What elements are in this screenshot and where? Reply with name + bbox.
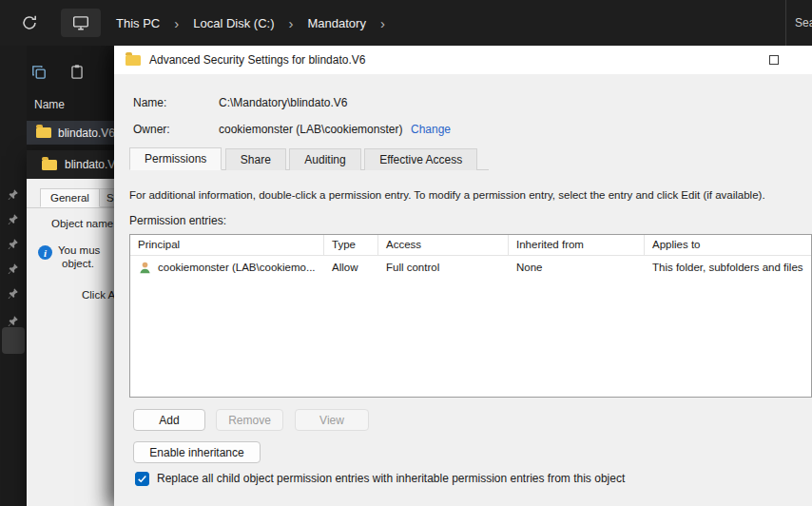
enable-inheritance-button[interactable]: Enable inheritance: [133, 441, 261, 463]
search-input[interactable]: Sea: [785, 0, 812, 46]
pin-icon: [7, 187, 19, 200]
security-tabstrip: Permissions Share Auditing Effective Acc…: [129, 148, 489, 170]
folder-icon: [36, 127, 51, 138]
pin-icon: [7, 286, 19, 299]
object-name-label: Object name:: [51, 218, 116, 229]
name-value: C:\Mandatory\blindato.V6: [219, 96, 347, 109]
folder-icon: [42, 160, 57, 170]
file-item-label: blindato.V6: [58, 126, 114, 140]
chevron-right-icon[interactable]: ›: [165, 16, 187, 30]
breadcrumb-item-this-pc[interactable]: This PC: [110, 12, 165, 34]
view-button[interactable]: View: [295, 409, 369, 431]
properties-title: blindato.V: [65, 158, 115, 171]
permission-entries-label: Permission entries:: [129, 214, 226, 227]
replace-child-label: Replace all child object permission entr…: [157, 472, 625, 485]
maximize-button[interactable]: [761, 50, 787, 69]
security-titlebar[interactable]: Advanced Security Settings for blindato.…: [114, 46, 812, 74]
change-owner-link[interactable]: Change: [411, 123, 451, 136]
refresh-icon[interactable]: [21, 14, 38, 31]
name-column-header[interactable]: Name: [34, 98, 65, 111]
permission-entries-table: Principal Type Access Inherited from App…: [129, 234, 812, 398]
chevron-right-icon[interactable]: ›: [280, 16, 301, 30]
this-pc-icon[interactable]: [61, 9, 101, 37]
name-label: Name:: [133, 96, 166, 109]
advanced-security-dialog: Advanced Security Settings for blindato.…: [114, 46, 812, 506]
info-text-line2: object.: [62, 258, 94, 269]
replace-child-row: Replace all child object permission entr…: [135, 472, 625, 486]
column-header-access[interactable]: Access: [378, 235, 509, 256]
search-text: Sea: [795, 16, 812, 29]
tab-effective-access[interactable]: Effective Access: [364, 148, 477, 170]
info-text-line1: You mus: [58, 244, 100, 256]
tab-general[interactable]: General: [40, 188, 100, 207]
breadcrumb: This PC › Local Disk (C:) › Mandatory ›: [110, 0, 394, 46]
copy-icon[interactable]: [30, 64, 48, 81]
owner-value: cookiemonster (LAB\cookiemonster): [219, 123, 402, 136]
column-header-type[interactable]: Type: [324, 235, 378, 256]
add-button[interactable]: Add: [133, 409, 205, 431]
cell-access: Full control: [378, 256, 509, 279]
cell-type: Allow: [324, 256, 378, 279]
pin-icon: [7, 314, 19, 326]
screen: This PC › Local Disk (C:) › Mandatory › …: [0, 0, 812, 506]
table-row[interactable]: cookiemonster (LAB\cookiemo... Allow Ful…: [130, 256, 811, 279]
cell-principal: cookiemonster (LAB\cookiemo...: [158, 262, 316, 273]
column-header-principal[interactable]: Principal: [130, 235, 324, 256]
nav-rail: [0, 46, 27, 506]
permissions-description: For additional information, double-click…: [129, 189, 806, 201]
tab-share[interactable]: Share: [225, 148, 286, 170]
pin-icon: [7, 212, 19, 224]
cell-inherited-from: None: [509, 256, 645, 279]
column-header-inherited-from[interactable]: Inherited from: [509, 235, 645, 256]
column-header-applies-to[interactable]: Applies to: [645, 235, 811, 256]
file-item-blindato[interactable]: blindato.V6: [27, 121, 114, 145]
maximize-icon: [769, 55, 779, 65]
folder-icon: [126, 55, 141, 66]
tab-auditing[interactable]: Auditing: [289, 148, 360, 170]
tab-permissions[interactable]: Permissions: [129, 147, 222, 170]
explorer-topbar: This PC › Local Disk (C:) › Mandatory › …: [0, 0, 812, 46]
pin-icon: [7, 237, 19, 249]
info-icon: i: [38, 245, 52, 260]
user-icon: [138, 261, 152, 275]
replace-child-checkbox[interactable]: [135, 472, 149, 486]
chevron-right-icon[interactable]: ›: [372, 16, 394, 30]
cell-applies-to: This folder, subfolders and files: [645, 256, 811, 279]
breadcrumb-item-mandatory[interactable]: Mandatory: [301, 12, 371, 34]
remove-button[interactable]: Remove: [216, 409, 283, 431]
owner-label: Owner:: [133, 123, 170, 136]
pin-icon: [7, 262, 19, 274]
table-header-row: Principal Type Access Inherited from App…: [130, 235, 811, 256]
rail-selected-slot[interactable]: [2, 327, 25, 354]
security-dialog-title: Advanced Security Settings for blindato.…: [149, 53, 365, 67]
paste-icon[interactable]: [68, 64, 86, 81]
breadcrumb-item-local-disk[interactable]: Local Disk (C:): [187, 12, 280, 34]
